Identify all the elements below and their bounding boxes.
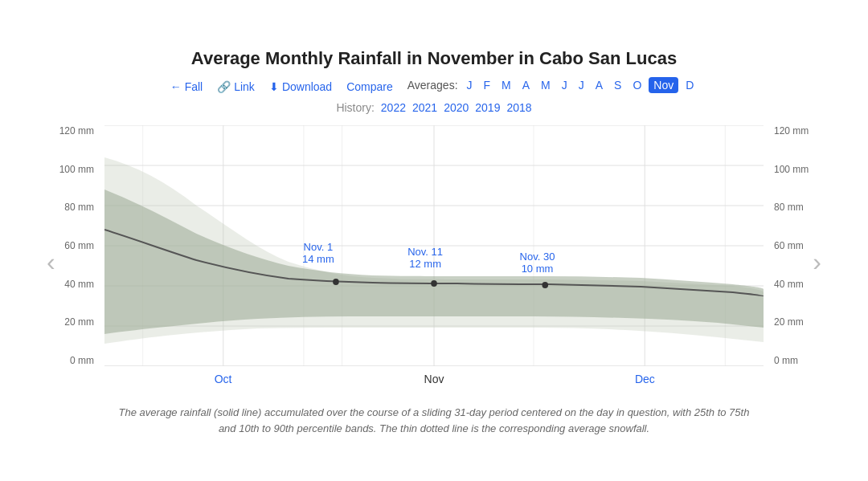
avg-month-a1[interactable]: A xyxy=(518,77,534,93)
svg-point-16 xyxy=(431,280,437,287)
avg-month-a2[interactable]: A xyxy=(592,77,607,93)
history-2019[interactable]: 2019 xyxy=(475,101,500,114)
download-icon: ⬇ xyxy=(269,80,279,93)
x-label-nov: Nov xyxy=(424,373,444,385)
y-axis-left: 0 mm 20 mm 40 mm 60 mm 80 mm 100 mm 120 … xyxy=(48,125,100,366)
svg-point-15 xyxy=(333,279,339,285)
avg-month-m1[interactable]: M xyxy=(497,77,515,93)
arrow-left-icon: ← xyxy=(170,80,182,93)
avg-month-o[interactable]: O xyxy=(628,77,645,93)
chart-svg xyxy=(104,125,764,366)
avg-month-j2[interactable]: J xyxy=(558,77,571,93)
x-axis: Oct Nov Dec xyxy=(104,366,764,398)
chart-svg-area: Nov. 1 14 mm Nov. 11 12 mm Nov. 30 10 mm xyxy=(104,125,764,366)
x-label-dec: Dec xyxy=(635,373,655,385)
page-title: Average Monthly Rainfall in November in … xyxy=(48,48,820,69)
toolbar: ← Fall 🔗 Link ⬇ Download Compare Average… xyxy=(48,77,820,96)
history-2022[interactable]: 2022 xyxy=(381,101,406,114)
avg-month-j[interactable]: J xyxy=(463,77,477,93)
history-2020[interactable]: 2020 xyxy=(444,101,469,114)
main-card: Average Monthly Rainfall in November in … xyxy=(32,29,836,452)
avg-month-nov[interactable]: Nov xyxy=(649,77,678,93)
download-button[interactable]: ⬇ Download xyxy=(269,80,332,93)
compare-button[interactable]: Compare xyxy=(346,80,393,93)
svg-point-17 xyxy=(542,282,548,288)
avg-month-d[interactable]: D xyxy=(682,77,698,93)
next-button[interactable]: › xyxy=(806,247,828,277)
x-label-oct: Oct xyxy=(215,373,232,385)
y-axis-right: 0 mm 20 mm 40 mm 60 mm 80 mm 100 mm 120 … xyxy=(768,125,820,366)
history-row: History: 2022 2021 2020 2019 2018 xyxy=(48,101,820,114)
chart-container: ‹ › 0 mm 20 mm 40 mm 60 mm 80 mm 100 mm … xyxy=(48,125,820,398)
averages-row: Averages: J F M A M J J A S O Nov D xyxy=(407,77,698,93)
prev-button[interactable]: ‹ xyxy=(40,247,62,277)
fall-button[interactable]: ← Fall xyxy=(170,80,203,93)
link-button[interactable]: 🔗 Link xyxy=(217,80,255,93)
avg-month-m2[interactable]: M xyxy=(537,77,555,93)
avg-month-f[interactable]: F xyxy=(480,77,495,93)
history-2021[interactable]: 2021 xyxy=(412,101,437,114)
avg-month-s[interactable]: S xyxy=(610,77,625,93)
link-icon: 🔗 xyxy=(217,80,231,93)
avg-month-j3[interactable]: J xyxy=(575,77,588,93)
history-2018[interactable]: 2018 xyxy=(506,101,531,114)
footnote: The average rainfall (solid line) accumu… xyxy=(113,405,755,436)
